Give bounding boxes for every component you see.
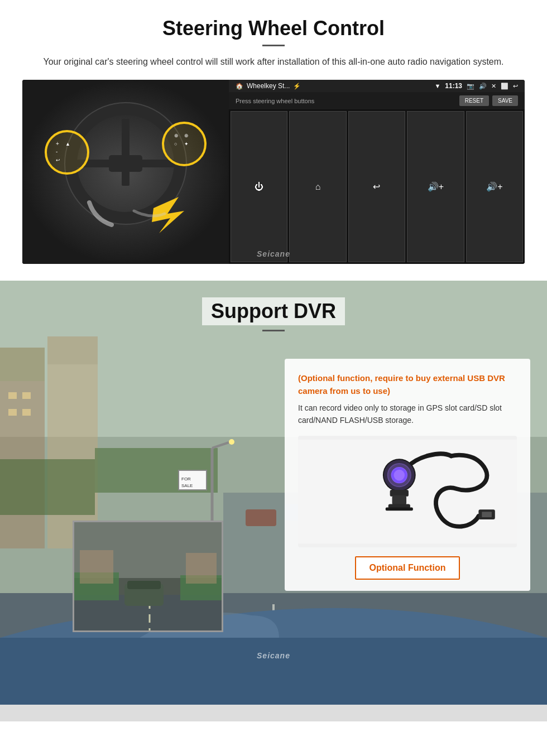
steering-subtitle: Your original car's steering wheel contr… [22,55,525,69]
dvr-camera-image [298,436,517,547]
svg-text:⊕: ⊕ [174,133,179,138]
svg-text:⊕: ⊕ [184,133,189,138]
svg-rect-25 [22,392,31,399]
svg-point-40 [229,439,234,445]
control-vol-up[interactable]: 🔊+ [407,111,464,262]
svg-rect-44 [0,638,547,705]
svg-text:+: + [56,141,59,147]
steering-title: Steering Wheel Control [22,17,525,40]
svg-rect-53 [80,550,113,584]
title-divider [262,45,285,46]
dvr-title-divider [262,330,285,331]
android-toolbar: Press steering wheel buttons RESET SAVE [229,92,525,109]
dvr-optional-text: (Optional function, require to buy exter… [298,372,517,397]
steering-android-ui: 🏠 Wheelkey St... ⚡ ▼ 11:13 📷 🔊 ✕ ⬜ ↩ Pre… [229,80,525,264]
x-icon: ✕ [491,83,496,90]
controls-grid: ⏻ ⌂ ↩ 🔊+ 🔊+ [229,109,525,264]
control-vol-down[interactable]: 🔊+ [466,111,523,262]
svg-text:○: ○ [174,141,177,147]
dvr-description: It can record video only to storage in G… [298,402,517,427]
save-button[interactable]: SAVE [492,95,518,106]
seicane-watermark-2: Seicane [257,651,290,660]
reset-button[interactable]: RESET [459,95,489,106]
svg-rect-52 [127,581,161,589]
dvr-title-area: Support DVR [0,281,547,343]
back-icon: ↩ [513,83,518,90]
bottom-bar [0,705,547,721]
steering-section: Steering Wheel Control Your original car… [0,0,547,275]
home-icon: 🏠 [236,83,243,90]
svg-rect-5 [122,119,129,186]
svg-text:↩: ↩ [56,157,60,163]
camera-icon: 📷 [467,83,474,90]
svg-rect-66 [386,507,413,511]
svg-rect-54 [186,553,217,584]
svg-point-60 [394,470,405,481]
svg-point-7 [46,131,88,174]
status-time: 11:13 [445,82,462,90]
volume-icon: 🔊 [479,83,487,90]
app-name: Wheelkey St... [247,82,290,90]
dvr-section: FOR SALE Support DVR [0,281,547,705]
svg-rect-24 [8,392,17,399]
svg-text:-: - [56,148,57,155]
control-power[interactable]: ⏻ [231,111,287,262]
svg-rect-57 [482,512,492,517]
optional-function-area: Optional Function [298,556,517,580]
control-home[interactable]: ⌂ [289,111,346,262]
dvr-inset-photo [73,521,223,632]
wifi-icon: ▼ [434,83,440,89]
svg-rect-64 [392,495,406,505]
dvr-photo-svg [74,522,223,632]
svg-rect-33 [246,509,276,526]
toolbar-buttons: RESET SAVE [459,95,518,106]
steering-wheel-photo: + ▲ - ↩ ⊕ ⊕ ○ ✦ [22,80,229,264]
svg-text:SALE: SALE [181,483,193,488]
usb-icon: ⚡ [293,83,301,90]
svg-rect-26 [8,409,17,416]
seicane-watermark-1: Seicane [257,249,290,258]
dvr-camera-svg [298,439,517,545]
control-back[interactable]: ↩ [348,111,405,262]
svg-rect-27 [22,409,31,416]
screen-icon: ⬜ [501,83,508,90]
statusbar-right: ▼ 11:13 📷 🔊 ✕ ⬜ ↩ [434,82,518,90]
statusbar-left: 🏠 Wheelkey St... ⚡ [236,82,301,90]
steering-image-container: + ▲ - ↩ ⊕ ⊕ ○ ✦ [22,80,525,264]
svg-rect-29 [0,459,95,515]
android-statusbar: 🏠 Wheelkey St... ⚡ ▼ 11:13 📷 🔊 ✕ ⬜ ↩ [229,80,525,92]
svg-text:▲: ▲ [65,141,70,147]
svg-rect-21 [0,348,45,381]
svg-text:✦: ✦ [184,141,189,147]
dvr-content-card: (Optional function, require to buy exter… [285,359,530,591]
optional-function-button[interactable]: Optional Function [355,556,460,580]
steering-wheel-svg: + ▲ - ↩ ⊕ ⊕ ○ ✦ [22,80,229,264]
svg-rect-6 [109,155,142,172]
svg-text:FOR: FOR [181,476,191,481]
toolbar-label: Press steering wheel buttons [236,98,314,104]
dvr-title: Support DVR [202,297,345,325]
